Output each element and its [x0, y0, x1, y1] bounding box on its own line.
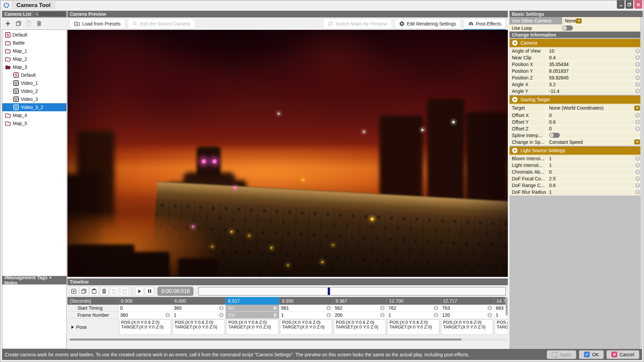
light-source-section-header[interactable]: Light Source Settings: [509, 146, 643, 155]
pose-cell-selected[interactable]: POS:{X:0 Y:0.6 Z:0} TARGET:{X:0 Y:0 Z:0}: [226, 319, 279, 336]
stepper-icon[interactable]: [165, 313, 170, 317]
tree-item-video3[interactable]: UVideo_3: [2, 95, 66, 103]
stepper-icon[interactable]: [635, 190, 640, 194]
stepper-icon[interactable]: [635, 183, 640, 188]
pose-cell[interactable]: POS:{X:0 Y:0.6 Z:0} TARGET:{X:0 Y:0 Z:0}: [333, 319, 387, 336]
light-intensity-field[interactable]: 1: [546, 162, 643, 168]
stepper-icon[interactable]: [635, 62, 640, 67]
timeline-vertical-scrollbar[interactable]: [505, 297, 508, 316]
stepper-icon[interactable]: [434, 313, 438, 317]
stepper-icon[interactable]: [487, 306, 492, 310]
pose-cell[interactable]: POS:{X:0 Y:0.6 Z:0} TARGET:{X:0 Y:0 Z:0}: [440, 319, 494, 336]
stepper-icon[interactable]: [273, 313, 277, 317]
post-effects-button[interactable]: Post-Effects: [464, 19, 506, 29]
close-button[interactable]: [634, 0, 642, 9]
offset-z-field[interactable]: 0: [546, 125, 643, 132]
redo-button[interactable]: [120, 287, 129, 296]
start-timing-cell[interactable]: 0: [118, 305, 172, 312]
pose-cell[interactable]: POS:{X:0 Y:0.6 Z:0} TARGET:{X:0 Y:0 Z:0}: [494, 319, 508, 336]
camera-section-header[interactable]: Camera: [509, 39, 643, 48]
add-keyframe-button[interactable]: [69, 287, 78, 296]
play-button[interactable]: [135, 287, 144, 296]
stepper-icon[interactable]: [326, 306, 331, 310]
start-timing-cell[interactable]: 763: [440, 305, 494, 312]
stepper-icon[interactable]: [326, 313, 331, 317]
scrollbar-thumb[interactable]: [70, 339, 462, 341]
add-camera-button[interactable]: [3, 19, 12, 28]
settings-scrollbar[interactable]: [640, 17, 643, 349]
start-timing-cell[interactable]: 562: [333, 305, 387, 312]
stepper-icon[interactable]: [635, 170, 640, 174]
tree-item-map3-default[interactable]: SDefault: [2, 71, 66, 79]
use-other-camera-value[interactable]: None: [562, 17, 643, 24]
load-from-presets-button[interactable]: Load from Presets: [69, 19, 125, 29]
pose-cell[interactable]: POS:{X:0 Y:0.6 Z:0} TARGET:{X:0 Y:0 Z:0}: [118, 319, 172, 336]
frame-number-cell[interactable]: 1: [387, 312, 440, 319]
stepper-icon[interactable]: [635, 156, 640, 161]
paste-camera-button[interactable]: [24, 19, 33, 28]
notes-area[interactable]: [2, 284, 67, 349]
spline-interpolation-toggle[interactable]: [549, 133, 560, 138]
column-header[interactable]: 12.700: [387, 297, 440, 305]
timeline-scrubber[interactable]: [198, 287, 506, 296]
switch-maps-button[interactable]: Switch Maps for Preview: [323, 19, 391, 29]
stepper-icon[interactable]: [380, 306, 385, 310]
position-x-field[interactable]: 35.05434: [546, 61, 643, 67]
start-timing-cell-selected[interactable]: 361: [226, 305, 279, 312]
stepper-icon[interactable]: [635, 55, 640, 60]
ok-button[interactable]: ✓OK: [579, 350, 604, 359]
near-clip-field[interactable]: 0.4: [546, 54, 643, 61]
stepper-icon[interactable]: [635, 113, 640, 118]
tree-item-default[interactable]: SDefault: [2, 31, 66, 39]
dof-range-field[interactable]: 0.6: [546, 182, 643, 188]
position-y-field[interactable]: 8.051837: [546, 68, 643, 74]
stepper-icon[interactable]: [635, 82, 640, 87]
frame-number-cell[interactable]: 1: [172, 312, 226, 319]
tree-item-map3[interactable]: Map_3: [2, 63, 66, 71]
tree-item-map5[interactable]: Map_5: [2, 119, 66, 127]
tree-item-video2[interactable]: UVideo_2: [2, 87, 66, 95]
stepper-icon[interactable]: [635, 69, 640, 73]
stepper-icon[interactable]: [219, 306, 224, 310]
preview-viewport[interactable]: [67, 30, 508, 277]
column-header-selected[interactable]: 6.017: [226, 297, 279, 305]
pose-cell[interactable]: POS:{X:0 Y:0.6 Z:0} TARGET:{X:0 Y:0 Z:0}: [279, 319, 333, 336]
gazing-target-section-header[interactable]: Gazing Target: [509, 96, 643, 104]
offset-y-field[interactable]: 0.6: [546, 119, 643, 125]
tree-item-map1[interactable]: Map_1: [2, 47, 66, 55]
start-timing-cell[interactable]: 762: [387, 305, 440, 312]
position-z-field[interactable]: 59.92645: [546, 74, 643, 81]
stepper-icon[interactable]: [434, 306, 438, 310]
stepper-icon[interactable]: [635, 163, 640, 168]
bloom-intensity-field[interactable]: 1: [546, 155, 643, 162]
use-loop-toggle[interactable]: [562, 25, 573, 31]
angle-of-view-field[interactable]: 10: [546, 48, 643, 54]
frame-number-cell[interactable]: 120: [440, 312, 494, 319]
dropdown-icon[interactable]: [576, 18, 582, 23]
pose-cell[interactable]: POS:{X:0 Y:0.6 Z:0} TARGET:{X:0 Y:0 Z:0}: [172, 319, 226, 336]
delete-keyframe-button[interactable]: [100, 287, 109, 296]
column-header[interactable]: 9.350: [279, 297, 333, 305]
paste-keyframe-button[interactable]: [90, 287, 98, 296]
column-header[interactable]: 12.717: [440, 297, 494, 305]
stepper-icon[interactable]: [635, 49, 640, 53]
pose-label[interactable]: Pose: [67, 319, 118, 336]
stepper-icon[interactable]: [219, 313, 224, 317]
frame-number-cell[interactable]: 1: [279, 312, 333, 319]
chromatic-aberration-field[interactable]: 0: [546, 169, 643, 175]
stepper-icon[interactable]: [273, 306, 277, 310]
column-header[interactable]: 0.000: [118, 297, 172, 305]
dropdown-icon[interactable]: [634, 106, 640, 111]
cancel-button[interactable]: ✕Cancel: [606, 350, 639, 359]
playhead[interactable]: [328, 288, 330, 295]
copy-keyframe-button[interactable]: [79, 287, 88, 296]
frame-number-cell[interactable]: 360: [118, 312, 172, 319]
timeline-horizontal-scrollbar[interactable]: [67, 338, 508, 341]
stepper-icon[interactable]: [487, 313, 492, 317]
stepper-icon[interactable]: [635, 176, 640, 181]
column-header[interactable]: 6.000: [172, 297, 226, 305]
frame-number-cell-selected[interactable]: 200: [226, 312, 279, 319]
stepper-icon[interactable]: [635, 126, 640, 131]
camera-list-search-input[interactable]: [34, 11, 66, 17]
tree-item-battle[interactable]: Battle: [2, 39, 66, 47]
